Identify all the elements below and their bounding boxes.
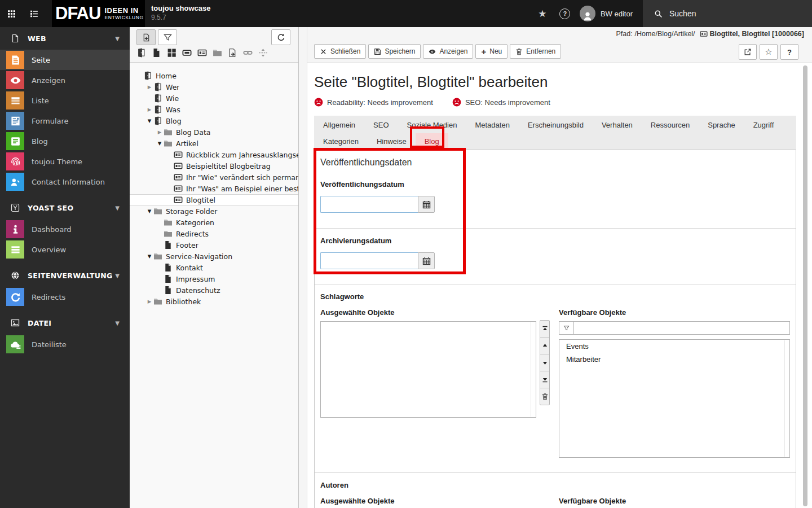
sidebar-item-toujou-theme[interactable]: toujou Theme	[0, 151, 130, 172]
bookmark-star-button[interactable]: ★	[531, 0, 554, 27]
drag-folder-icon[interactable]	[213, 48, 222, 58]
tab-hinweise[interactable]: Hinweise	[368, 133, 416, 150]
open-in-new-window-button[interactable]	[739, 44, 757, 60]
entfernen-button[interactable]: Entfernen	[510, 44, 561, 59]
schlie-en-button[interactable]: Schließen	[314, 44, 366, 59]
module-section-header-yoast-seo[interactable]: YOAST SEO▼	[0, 196, 130, 219]
filter-tree-button[interactable]	[158, 29, 177, 45]
keywords-filter-input[interactable]	[573, 321, 790, 335]
tree-toggle-icon[interactable]: ▶	[145, 299, 153, 304]
tree-node-kategorien[interactable]: Kategorien	[130, 217, 298, 228]
tab-soziale-medien[interactable]: Soziale Medien	[398, 117, 466, 133]
help-doc-button[interactable]: ?	[780, 44, 798, 60]
sidebar-item-dateiliste[interactable]: Dateiliste	[0, 334, 130, 354]
move-to-top-button[interactable]	[540, 321, 549, 337]
tree-node-home[interactable]: Home	[130, 70, 298, 81]
tree-node-beispieltitel-blogbeitrag[interactable]: Beispieltitel Blogbeitrag	[130, 160, 298, 172]
module-section-header-seitenverwaltung[interactable]: SEITENVERWALTUNG▼	[0, 264, 130, 287]
tree-node-wie[interactable]: Wie	[130, 93, 298, 104]
tab-zugriff[interactable]: Zugriff	[744, 117, 783, 133]
sidebar-item-overview[interactable]: Overview	[0, 239, 130, 260]
move-to-bottom-button[interactable]	[540, 371, 549, 388]
tree-toggle-icon[interactable]: ▶	[145, 107, 153, 112]
drag-page-icon[interactable]	[136, 48, 146, 58]
module-menu-toggle-button[interactable]	[0, 0, 23, 27]
tab-kategorien[interactable]: Kategorien	[314, 133, 368, 150]
tree-node-ihr-wie-ver-ndert-sich-permanent[interactable]: Ihr "Wie" verändert sich permanent	[130, 172, 298, 183]
tree-node-was[interactable]: ▶Was	[130, 104, 298, 115]
tab-metadaten[interactable]: Metadaten	[466, 117, 518, 133]
dfau-logo[interactable]: DFAU IDEEN IN ENTWICKLUNG	[52, 0, 145, 27]
tab-erscheinungsbild[interactable]: Erscheinungsbild	[519, 117, 593, 133]
archive-date-picker-button[interactable]	[418, 252, 435, 269]
drag-doc-icon[interactable]	[152, 48, 161, 58]
tab-allgemein[interactable]: Allgemein	[314, 117, 364, 133]
option-events[interactable]: Events	[559, 340, 789, 353]
sidebar-item-dashboard[interactable]: Dashboard	[0, 219, 130, 239]
drag-divider-icon[interactable]	[258, 48, 268, 58]
sidebar-item-blog[interactable]: Blog	[0, 131, 130, 151]
sidebar-item-seite[interactable]: Seite	[0, 50, 130, 70]
sidebar-item-liste[interactable]: Liste	[0, 90, 130, 111]
tree-toggle-icon[interactable]: ▶	[145, 84, 153, 90]
tree-node-ihr-was-am-beispiel-einer-bestimm[interactable]: Ihr "Was" am Beispiel einer bestimm	[130, 183, 298, 194]
publish-date-picker-button[interactable]	[418, 196, 435, 213]
toolbar-list-button[interactable]	[23, 0, 45, 27]
tab-seo[interactable]: SEO	[364, 117, 398, 133]
module-section-header-web[interactable]: WEB▼	[0, 27, 130, 50]
sidebar-item-formulare[interactable]: Formulare	[0, 111, 130, 131]
tab-verhalten[interactable]: Verhalten	[593, 117, 642, 133]
help-button[interactable]: ?	[554, 0, 576, 27]
tab-ressourcen[interactable]: Ressourcen	[642, 117, 699, 133]
filter-options-button[interactable]	[559, 321, 573, 335]
drag-shortcut-icon[interactable]	[228, 48, 237, 58]
sidebar-item-redirects[interactable]: Redirects	[0, 287, 130, 307]
anzeigen-button[interactable]: Anzeigen	[423, 44, 473, 59]
tree-node-storage-folder[interactable]: ▼Storage Folder	[130, 205, 298, 217]
sidebar-item-contact-information[interactable]: Contact Information	[0, 172, 130, 192]
tree-toggle-icon[interactable]: ▼	[145, 253, 153, 259]
tab-sprache[interactable]: Sprache	[699, 117, 744, 133]
keywords-selected-listbox[interactable]	[320, 321, 536, 418]
tree-node-impressum[interactable]: Impressum	[130, 273, 298, 284]
tree-node-blog[interactable]: ▼Blog	[130, 115, 298, 126]
move-up-button[interactable]	[540, 337, 549, 354]
option-mitarbeiter[interactable]: Mitarbeiter	[559, 353, 789, 366]
bookmark-button[interactable]: ☆	[760, 44, 778, 60]
archive-date-input[interactable]	[320, 252, 418, 269]
tree-node-datenschutz[interactable]: Datenschutz	[130, 284, 298, 296]
content-scrollbar[interactable]	[803, 65, 807, 506]
module-section-header-datei[interactable]: DATEI▼	[0, 312, 130, 334]
tree-node-kontakt[interactable]: Kontakt	[130, 262, 298, 273]
tree-node-blogtitel[interactable]: Blogtitel	[130, 194, 298, 205]
tree-node-redirects[interactable]: Redirects	[130, 228, 298, 239]
drag-article-icon[interactable]	[197, 48, 207, 58]
tree-node-bibliothek[interactable]: ▶Bibliothek	[130, 296, 298, 307]
keywords-available-listbox[interactable]: EventsMitarbeiter	[559, 339, 790, 458]
drag-link-icon[interactable]	[243, 48, 253, 58]
tree-node-service-navigation[interactable]: ▼Service-Navigation	[130, 251, 298, 262]
tree-node-r-ckblick-zum-jahresausklangsever[interactable]: Rückblick zum Jahresausklangsever	[130, 149, 298, 160]
speichern-button[interactable]: Speichern	[368, 44, 421, 59]
tab-blog[interactable]: Blog	[416, 133, 448, 150]
nav-content-splitter[interactable]	[299, 27, 307, 508]
search-button[interactable]: Suchen	[643, 0, 812, 27]
sidebar-item-anzeigen[interactable]: Anzeigen	[0, 70, 130, 90]
tree-toggle-icon[interactable]: ▼	[145, 118, 153, 124]
publish-date-input[interactable]	[320, 196, 418, 213]
tree-node-blog-data[interactable]: ▶Blog Data	[130, 126, 298, 138]
user-menu[interactable]: BW editor	[576, 0, 643, 27]
new-page-button[interactable]	[136, 29, 156, 45]
tree-toggle-icon[interactable]: ▼	[145, 208, 153, 214]
neu-button[interactable]: +Neu	[475, 44, 508, 59]
remove-item-button[interactable]	[540, 388, 549, 405]
tree-node-wer[interactable]: ▶Wer	[130, 81, 298, 93]
scrollbar-thumb[interactable]	[803, 65, 807, 506]
tree-node-footer[interactable]: Footer	[130, 239, 298, 251]
refresh-tree-button[interactable]	[271, 29, 290, 45]
drag-grid-icon[interactable]	[167, 48, 176, 58]
drag-content-icon[interactable]	[182, 48, 192, 58]
tree-toggle-icon[interactable]: ▶	[156, 129, 164, 135]
move-down-button[interactable]	[540, 354, 549, 371]
tree-node-artikel[interactable]: ▼Artikel	[130, 138, 298, 149]
